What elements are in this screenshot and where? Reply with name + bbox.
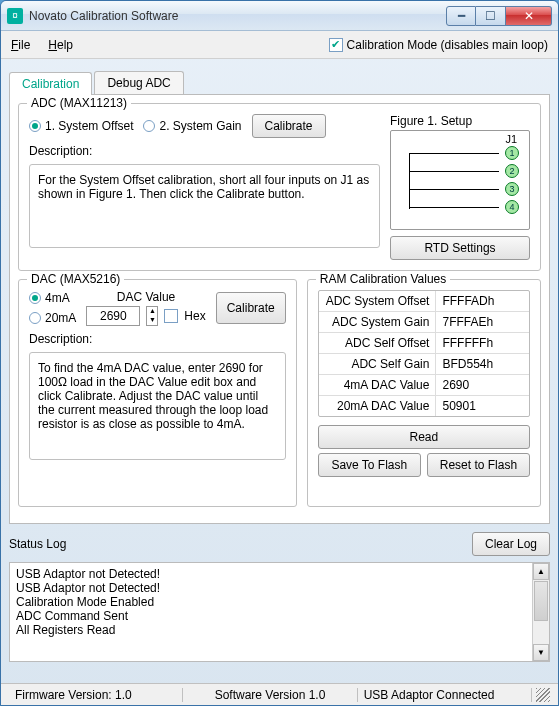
radio-icon <box>29 312 41 324</box>
scroll-down-icon[interactable]: ▼ <box>533 644 549 661</box>
dac-group-title: DAC (MAX5216) <box>27 272 124 286</box>
window-title: Novato Calibration Software <box>29 9 446 23</box>
scroll-up-icon[interactable]: ▲ <box>533 563 549 580</box>
titlebar: ¤ Novato Calibration Software ━ ☐ ✕ <box>1 1 558 31</box>
firmware-version: Firmware Version: 1.0 <box>9 688 183 702</box>
dac-value-label: DAC Value <box>117 290 175 304</box>
tab-debug-adc[interactable]: Debug ADC <box>94 71 183 94</box>
adc-group: ADC (MAX11213) 1. System Offset 2. Syste… <box>18 103 541 271</box>
tab-strip: Calibration Debug ADC <box>9 71 550 95</box>
adc-description-text: For the System Offset calibration, short… <box>29 164 380 248</box>
adc-group-title: ADC (MAX11213) <box>27 96 131 110</box>
radio-system-gain[interactable]: 2. System Gain <box>143 119 241 133</box>
usb-status: USB Adaptor Connected <box>358 688 532 702</box>
hex-checkbox[interactable]: ✔ Hex <box>164 309 205 323</box>
resize-grip-icon[interactable] <box>536 688 550 702</box>
radio-20ma[interactable]: 20mA <box>29 311 76 325</box>
statusbar: Firmware Version: 1.0 Software Version 1… <box>1 683 558 705</box>
clear-log-button[interactable]: Clear Log <box>472 532 550 556</box>
figure-diagram: J1 1 2 3 4 <box>390 130 530 230</box>
radio-4ma[interactable]: 4mA <box>29 291 76 305</box>
calibration-mode-checkbox[interactable]: ✔ Calibration Mode (disables main loop) <box>329 38 548 52</box>
figure-title: Figure 1. Setup <box>390 114 530 128</box>
menubar: File Help ✔ Calibration Mode (disables m… <box>1 31 558 59</box>
scroll-thumb[interactable] <box>534 581 548 621</box>
tab-calibration[interactable]: Calibration <box>9 72 92 95</box>
rtd-settings-button[interactable]: RTD Settings <box>390 236 530 260</box>
status-log: USB Adaptor not Detected! USB Adaptor no… <box>9 562 550 662</box>
ram-group-title: RAM Calibration Values <box>316 272 451 286</box>
software-version: Software Version 1.0 <box>183 688 357 702</box>
read-button[interactable]: Read <box>318 425 530 449</box>
radio-icon <box>29 292 41 304</box>
calibration-mode-label: Calibration Mode (disables main loop) <box>347 38 548 52</box>
check-icon: ✔ <box>329 38 343 52</box>
menu-help[interactable]: Help <box>48 38 73 52</box>
j1-label: J1 <box>505 133 517 145</box>
check-icon: ✔ <box>164 309 178 323</box>
menu-file[interactable]: File <box>11 38 30 52</box>
ram-table: ADC System OffsetFFFFADh ADC System Gain… <box>318 290 530 417</box>
radio-system-offset[interactable]: 1. System Offset <box>29 119 133 133</box>
dac-value-input[interactable] <box>86 306 140 326</box>
status-log-text: USB Adaptor not Detected! USB Adaptor no… <box>10 563 532 661</box>
adc-calibrate-button[interactable]: Calibrate <box>252 114 326 138</box>
scrollbar[interactable]: ▲ ▼ <box>532 563 549 661</box>
dac-group: DAC (MAX5216) 4mA 20mA <box>18 279 297 507</box>
radio-icon <box>29 120 41 132</box>
dac-value-spinner[interactable]: ▲▼ <box>146 306 158 326</box>
app-icon: ¤ <box>7 8 23 24</box>
ram-group: RAM Calibration Values ADC System Offset… <box>307 279 541 507</box>
radio-icon <box>143 120 155 132</box>
status-log-title: Status Log <box>9 537 472 551</box>
close-button[interactable]: ✕ <box>506 6 552 26</box>
save-to-flash-button[interactable]: Save To Flash <box>318 453 421 477</box>
reset-to-flash-button[interactable]: Reset to Flash <box>427 453 530 477</box>
dac-description-text: To find the 4mA DAC value, enter 2690 fo… <box>29 352 286 460</box>
dac-description-label: Description: <box>29 332 286 346</box>
dac-calibrate-button[interactable]: Calibrate <box>216 292 286 324</box>
minimize-button[interactable]: ━ <box>446 6 476 26</box>
maximize-button[interactable]: ☐ <box>476 6 506 26</box>
adc-description-label: Description: <box>29 144 380 158</box>
